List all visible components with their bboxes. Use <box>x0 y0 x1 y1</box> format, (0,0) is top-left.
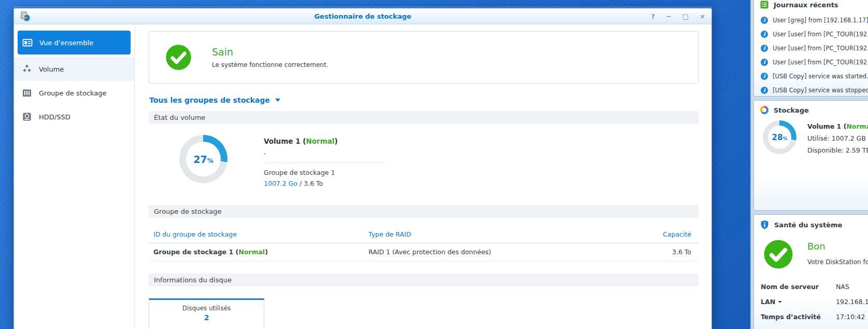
table-header-row: ID du groupe de stockage Type de RAID Ca… <box>149 224 699 243</box>
column-header-capacity[interactable]: Capacité <box>634 230 691 238</box>
storage-used: Utilisé: 1007.2 GB <box>807 134 868 142</box>
volume-icon <box>22 64 32 74</box>
titlebar[interactable]: Gestionnaire de stockage ? − □ × <box>14 7 712 24</box>
log-entry: iUser [user] from [PC_TOUR(192. <box>754 41 868 55</box>
system-health-card: Sain Le système fonctionne correctement. <box>149 31 699 84</box>
recent-logs-title: Journaux récents <box>774 1 838 9</box>
server-name-row: Nom de serveur NAS <box>754 279 868 294</box>
volume-pool-name: Groupe de stockage 1 <box>264 169 384 176</box>
uptime-value: 17:10:42 <box>836 313 865 321</box>
help-button[interactable]: ? <box>651 13 655 20</box>
sidebar-item-label: Volume <box>39 65 64 73</box>
sidebar-item-label: HDD/SSD <box>39 113 70 121</box>
sidebar-item-label: Vue d’ensemble <box>39 39 93 47</box>
minimize-button[interactable]: − <box>666 13 672 20</box>
system-health-status: Bon <box>807 241 826 252</box>
storage-pool-table: ID du groupe de stockage Type de RAID Ca… <box>149 224 699 262</box>
column-header-raid[interactable]: Type de RAID <box>368 230 634 238</box>
window-title: Gestionnaire de stockage <box>14 8 712 24</box>
log-entry: iUser [greg] from [192.168.1.17] <box>754 13 868 27</box>
storage-widget-title: Stockage <box>774 106 809 114</box>
volume-title: Volume 1 (Normal) <box>264 137 384 145</box>
info-icon: i <box>761 59 768 66</box>
storage-pool-section-header: Groupe de stockage <box>149 205 699 218</box>
pool-raid-cell: RAID 1 (Avec protection des données) <box>368 248 634 256</box>
used-space-link[interactable]: 1007.2 Go <box>264 180 297 187</box>
volume-state-section-header: État du volume <box>149 111 699 124</box>
storage-widget-header: Stockage <box>754 101 868 114</box>
disks-used-tab[interactable]: Disques utilisés 2 <box>149 298 264 329</box>
server-name-value: NAS <box>836 283 849 291</box>
hdd-icon <box>22 112 32 122</box>
sidebar-item-overview[interactable]: Vue d’ensemble <box>18 31 131 54</box>
storage-pool-icon <box>22 88 32 98</box>
volume-state-block: 27% Volume 1 (Normal) - Groupe de stocka… <box>149 124 699 205</box>
log-entry: iUser [user] from [PC_TOUR(192. <box>754 27 868 41</box>
volume-description: - <box>264 150 384 157</box>
system-health-header: Santé du système <box>754 215 868 229</box>
storage-usage-percent: 28 <box>772 133 783 142</box>
storage-usage-donut: 28% <box>763 120 796 154</box>
sidebar-item-volume[interactable]: Volume <box>14 57 134 81</box>
close-button[interactable]: × <box>700 13 705 20</box>
pool-id-cell: Groupe de stockage 1 (Normal) <box>153 248 368 256</box>
volume-usage-percent: 27 <box>193 154 207 165</box>
sidebar-item-hdd-ssd[interactable]: HDD/SSD <box>14 105 134 129</box>
widget-panel: Journaux récents iUser [greg] from [192.… <box>750 0 868 329</box>
storage-pool-filter-dropdown[interactable]: Tous les groupes de stockage <box>149 96 699 104</box>
volume-usage-donut: 27% <box>179 135 227 183</box>
storage-volume-status: Normal <box>846 122 868 130</box>
log-entry: i[USB Copy] service was stopped. <box>754 83 868 97</box>
recent-logs-header: Journaux récents <box>754 0 868 9</box>
info-icon: i <box>761 87 768 94</box>
health-check-icon <box>763 239 794 270</box>
disks-used-value: 2 <box>149 313 264 322</box>
lan-selector[interactable]: LAN <box>761 298 782 306</box>
uptime-row: Temps d’activité 17:10:42 <box>754 309 868 324</box>
column-header-id[interactable]: ID du groupe de stockage <box>153 230 368 238</box>
divider <box>264 162 384 163</box>
pool-capacity-cell: 3.6 To <box>634 248 691 256</box>
overview-panel: Sain Le système fonctionne correctement.… <box>134 24 712 329</box>
overview-icon <box>22 37 33 48</box>
disk-info-section-header: Informations du disque <box>149 273 699 286</box>
volume-status: Normal <box>306 137 334 145</box>
storage-available: Disponible: 2.59 TB <box>807 146 868 154</box>
storage-manager-window: Gestionnaire de stockage ? − □ × Vue d’e… <box>14 7 712 329</box>
chevron-down-icon <box>778 301 782 303</box>
system-health-description: Votre DiskStation fo <box>807 258 868 266</box>
info-icon: i <box>761 73 768 80</box>
system-health-widget: Santé du système Bon Votre DiskStation f… <box>753 214 868 329</box>
filter-label: Tous les groupes de stockage <box>149 96 270 104</box>
info-icon: i <box>761 31 768 38</box>
health-description: Le système fonctionne correctement. <box>212 61 328 68</box>
sidebar-item-label: Groupe de stockage <box>39 89 107 97</box>
shield-info-icon <box>760 220 769 229</box>
table-row[interactable]: Groupe de stockage 1 (Normal) RAID 1 (Av… <box>149 243 699 262</box>
disks-used-label: Disques utilisés <box>149 305 264 312</box>
lan-row: LAN 192.168.1.1 <box>754 294 868 309</box>
storage-volume-title: Volume 1 (Normal <box>807 122 868 130</box>
maximize-button[interactable]: □ <box>682 13 689 20</box>
volume-capacity: 1007.2 Go / 3.6 To <box>264 180 384 187</box>
pie-chart-icon <box>760 106 769 114</box>
logs-icon <box>760 1 769 9</box>
lan-ip-value: 192.168.1.1 <box>836 298 868 306</box>
log-entry: iUser [user] from [PC_TOUR(192. <box>754 55 868 69</box>
recent-logs-widget: Journaux récents iUser [greg] from [192.… <box>753 0 868 97</box>
pool-status: Normal <box>238 248 265 256</box>
sidebar-item-storage-pool[interactable]: Groupe de stockage <box>14 81 134 105</box>
log-entry: i[USB Copy] service was started. <box>754 69 868 83</box>
storage-widget: Stockage 28% Volume 1 (Normal Utilisé: 1… <box>753 100 868 211</box>
health-status: Sain <box>212 46 328 58</box>
info-icon: i <box>761 45 768 52</box>
chevron-down-icon <box>275 99 280 102</box>
health-check-icon <box>165 44 192 71</box>
info-icon: i <box>761 17 768 24</box>
sidebar: Vue d’ensemble Volume <box>14 24 134 329</box>
system-health-title: Santé du système <box>774 221 842 229</box>
